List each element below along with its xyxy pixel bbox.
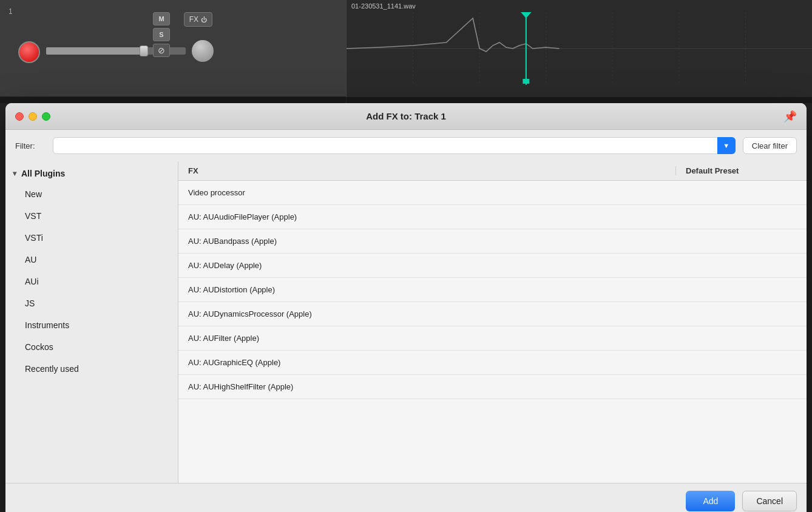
filter-label: Filter:	[15, 141, 46, 150]
filter-input[interactable]	[53, 137, 736, 154]
add-button[interactable]: Add	[686, 491, 735, 511]
svg-marker-8	[521, 12, 532, 18]
clear-filter-button[interactable]: Clear filter	[743, 137, 797, 154]
dialog-title: Add FX to: Track 1	[366, 111, 446, 121]
sidebar-item-cockos[interactable]: Cockos	[5, 336, 178, 358]
mute-button[interactable]: M	[153, 12, 170, 25]
dialog-footer: Add Cancel	[5, 483, 807, 512]
fx-row[interactable]: AU: AUHighShelfFilter (Apple)	[178, 375, 807, 399]
fx-row[interactable]: AU: AUDistortion (Apple)	[178, 278, 807, 302]
fx-list-header: FX Default Preset	[178, 161, 807, 181]
sidebar-item-vsti[interactable]: VSTi	[5, 227, 178, 249]
all-plugins-item[interactable]: ▾ All Plugins	[5, 164, 178, 183]
sidebar-item-instruments[interactable]: Instruments	[5, 314, 178, 336]
all-plugins-label: All Plugins	[21, 169, 65, 178]
dialog-overlay: Add FX to: Track 1 📌 Filter: ▼ Clear fil…	[0, 97, 812, 512]
minimize-button[interactable]	[29, 112, 37, 121]
filter-row: Filter: ▼ Clear filter	[5, 130, 807, 161]
cancel-button[interactable]: Cancel	[742, 491, 797, 511]
fx-row[interactable]: AU: AUDynamicsProcessor (Apple)	[178, 302, 807, 326]
sidebar-item-aui[interactable]: AUi	[5, 271, 178, 292]
filter-input-wrap: ▼	[53, 137, 736, 154]
preset-column-header: Default Preset	[675, 166, 797, 175]
fx-column-header: FX	[188, 166, 675, 175]
solo-button[interactable]: S	[153, 28, 170, 41]
pin-icon[interactable]: 📌	[783, 110, 797, 123]
fx-row[interactable]: AU: AUDelay (Apple)	[178, 254, 807, 278]
volume-knob[interactable]	[192, 40, 214, 62]
sidebar-item-js[interactable]: JS	[5, 292, 178, 314]
fx-power-icon: ⏻	[201, 16, 207, 23]
dialog-titlebar: Add FX to: Track 1 📌	[5, 103, 807, 130]
waveform-area: 01-230531_1141.wav	[346, 0, 812, 103]
maximize-button[interactable]	[42, 112, 50, 121]
phase-button[interactable]: ⊘	[153, 44, 170, 57]
track-title: 01-230531_1141.wav	[347, 0, 812, 12]
window-controls	[15, 112, 50, 121]
sidebar-item-recently-used[interactable]: Recently used	[5, 358, 178, 380]
fx-row[interactable]: AU: AUFilter (Apple)	[178, 326, 807, 351]
fx-row[interactable]: Video processor	[178, 181, 807, 205]
svg-rect-9	[523, 79, 529, 84]
fx-row[interactable]: AU: AUBandpass (Apple)	[178, 229, 807, 254]
chevron-icon: ▾	[13, 169, 16, 178]
record-button[interactable]	[18, 41, 40, 63]
filter-dropdown-button[interactable]: ▼	[717, 137, 736, 154]
sidebar-item-au[interactable]: AU	[5, 249, 178, 271]
fx-row[interactable]: AU: AUAudioFilePlayer (Apple)	[178, 205, 807, 229]
track-number: 1	[8, 7, 13, 16]
fx-button[interactable]: FX ⏻	[184, 12, 212, 27]
close-button[interactable]	[15, 112, 24, 121]
sidebar-item-vst[interactable]: VST	[5, 205, 178, 227]
sidebar-item-new[interactable]: New	[5, 183, 178, 205]
fx-row[interactable]: AU: AUGraphicEQ (Apple)	[178, 351, 807, 375]
fx-plugin-list: FX Default Preset Video processor AU: AU…	[178, 161, 807, 483]
plugin-sidebar: ▾ All Plugins New VST VSTi AU AUi	[5, 161, 178, 483]
dialog-content: ▾ All Plugins New VST VSTi AU AUi	[5, 161, 807, 483]
add-fx-dialog: Add FX to: Track 1 📌 Filter: ▼ Clear fil…	[5, 103, 807, 512]
chevron-down-icon: ▼	[723, 142, 729, 149]
